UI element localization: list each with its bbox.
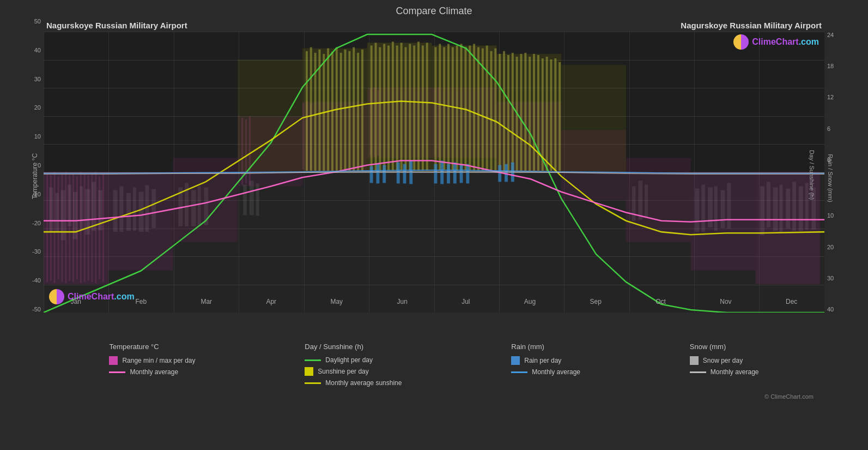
svg-rect-70: [102, 173, 104, 282]
svg-rect-65: [84, 173, 86, 282]
legend-item-temp-range: Range min / max per day: [109, 356, 195, 365]
svg-rect-128: [486, 45, 488, 170]
svg-rect-122: [460, 44, 463, 171]
right-axis-sunshine-label: Day / Sunshine (h): [808, 150, 815, 200]
svg-rect-103: [375, 43, 377, 171]
left-tick-10: 10: [34, 133, 41, 140]
svg-rect-109: [400, 43, 403, 171]
legend-label-rain-day: Rain per day: [524, 357, 561, 364]
svg-rect-115: [426, 43, 428, 171]
legend-line-sunshine-avg: [305, 382, 321, 384]
legend-item-daylight: Daylight per day: [305, 356, 402, 364]
svg-rect-130: [494, 49, 496, 171]
svg-rect-102: [371, 45, 373, 170]
svg-rect-62: [72, 173, 74, 282]
legend-group-rain: Rain (mm) Rain per day Monthly average: [511, 343, 580, 387]
svg-rect-104: [379, 47, 381, 171]
legend-item-snow-avg: Monthly average: [690, 368, 759, 376]
svg-rect-52: [626, 158, 691, 242]
x-tick-dec: Dec: [786, 298, 797, 305]
svg-rect-124: [469, 45, 471, 170]
svg-rect-22: [243, 184, 247, 215]
svg-rect-24: [256, 183, 259, 215]
svg-rect-126: [477, 47, 479, 171]
svg-rect-68: [95, 172, 96, 283]
legend-item-snow-day: Snow per day: [690, 356, 759, 365]
svg-rect-149: [397, 163, 400, 184]
legend-line-snow-avg: [690, 371, 706, 373]
svg-rect-113: [417, 41, 420, 171]
svg-rect-100: [357, 53, 359, 171]
left-tick-n20: -20: [32, 220, 41, 226]
svg-rect-43: [44, 172, 108, 284]
svg-rect-129: [490, 51, 493, 171]
svg-rect-150: [403, 164, 406, 184]
svg-rect-98: [348, 51, 350, 171]
svg-rect-144: [554, 58, 556, 171]
svg-rect-87: [561, 65, 626, 172]
legend-box-sunshine-day: [305, 367, 313, 376]
legend-item-sunshine-avg: Monthly average sunshine: [305, 379, 402, 387]
left-tick-n40: -40: [32, 277, 41, 284]
legend-label-daylight: Daylight per day: [325, 356, 373, 364]
legend-item-rain-avg: Monthly average: [511, 368, 580, 376]
x-tick-may: May: [330, 298, 343, 305]
logo-right: ClimeChart.com: [733, 34, 819, 50]
legend-title-snow: Snow (mm): [690, 343, 759, 351]
svg-rect-131: [499, 54, 501, 171]
legend-title-rain: Rain (mm): [511, 343, 580, 351]
chart-container: Jan Feb Mar Apr May Jun Jul Aug Sep Oct …: [44, 32, 824, 313]
svg-rect-110: [405, 47, 407, 171]
x-axis: Jan Feb Mar Apr May Jun Jul Aug Sep Oct …: [44, 291, 824, 313]
svg-rect-154: [447, 164, 450, 184]
svg-rect-55: [46, 173, 48, 282]
svg-rect-88: [306, 51, 308, 171]
legend-box-temp-range: [109, 356, 118, 365]
logo-top-right: ClimeChart.com: [733, 34, 819, 50]
legend-label-snow-day: Snow per day: [703, 357, 743, 364]
svg-rect-158: [498, 165, 501, 182]
svg-rect-138: [529, 57, 531, 171]
svg-rect-118: [443, 47, 445, 170]
legend-group-sunshine: Day / Sunshine (h) Daylight per day Suns…: [305, 343, 402, 387]
svg-rect-56: [50, 175, 52, 281]
svg-rect-96: [340, 53, 342, 171]
x-tick-sep: Sep: [590, 298, 602, 305]
svg-rect-59: [61, 173, 63, 282]
svg-rect-134: [512, 53, 514, 171]
svg-rect-89: [310, 47, 312, 171]
legend-label-sunshine-avg: Monthly average sunshine: [325, 379, 402, 387]
legend-group-snow: Snow (mm) Snow per day Monthly average: [690, 343, 759, 387]
chart-svg: [44, 32, 824, 313]
left-axis-label: Temperature °C: [31, 153, 39, 199]
legend-box-snow-day: [690, 356, 699, 365]
legend-label-temp-avg: Monthly average: [130, 368, 178, 376]
svg-rect-119: [447, 44, 450, 171]
left-tick-20: 20: [34, 104, 41, 111]
left-tick-40: 40: [34, 47, 41, 53]
copyright: © ClimeChart.com: [11, 393, 857, 400]
svg-rect-108: [396, 45, 398, 170]
station-label-right: Nagurskoye Russian Military Airport: [681, 21, 822, 30]
x-tick-nov: Nov: [720, 298, 731, 305]
x-tick-feb: Feb: [135, 298, 147, 305]
svg-rect-133: [507, 55, 509, 171]
svg-rect-139: [533, 54, 535, 171]
legend-label-snow-avg: Monthly average: [711, 368, 759, 376]
legend-label-rain-avg: Monthly average: [532, 368, 580, 376]
svg-rect-101: [361, 50, 363, 171]
svg-rect-148: [383, 165, 386, 183]
logo-icon-left: [49, 289, 64, 304]
svg-rect-147: [376, 164, 379, 184]
legend-line-daylight: [305, 359, 321, 361]
svg-rect-142: [546, 57, 548, 171]
svg-rect-152: [434, 164, 438, 184]
svg-rect-114: [422, 45, 424, 170]
svg-rect-64: [80, 172, 82, 283]
svg-rect-116: [434, 47, 436, 171]
svg-rect-132: [503, 51, 505, 171]
svg-rect-67: [91, 173, 93, 282]
svg-rect-155: [453, 163, 457, 184]
legend-label-sunshine-day: Sunshine per day: [318, 368, 368, 375]
svg-rect-125: [473, 44, 475, 171]
